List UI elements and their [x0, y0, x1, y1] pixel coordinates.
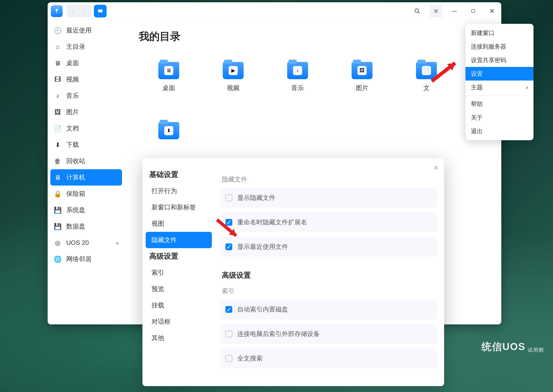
settings-nav-item[interactable]: 打开行为 [146, 183, 212, 199]
menu-item-3[interactable]: 设置 [465, 67, 533, 81]
sidebar-item-label: 数据盘 [66, 222, 85, 231]
maximize-icon[interactable] [467, 5, 480, 17]
folder-label: 桌面 [162, 84, 175, 92]
minimize-icon[interactable]: ─ [448, 5, 461, 17]
folder-inner-icon: ▶ [229, 66, 238, 75]
menu-item-label: 帮助 [471, 100, 483, 108]
folder-inner-icon: 🖼 [357, 66, 367, 75]
computer-icon: 🖥 [54, 174, 61, 181]
sidebar-item-label: 主目录 [66, 42, 85, 51]
view-mode-button[interactable] [94, 5, 107, 17]
sidebar-item-computer[interactable]: 🖥计算机 [50, 169, 122, 186]
app-icon [51, 5, 63, 17]
sidebar-item-video[interactable]: 🎞视频 [50, 71, 122, 88]
close-icon[interactable]: ✕ [433, 164, 439, 172]
settings-section-basic: 基础设置 [146, 167, 212, 183]
option-label: 自动索引内置磁盘 [237, 305, 288, 314]
sidebar-item-globe[interactable]: 🌐网络邻居 [50, 251, 122, 267]
sidebar-item-label: 下载 [66, 140, 79, 149]
settings-nav-item[interactable]: 新窗口和新标签 [146, 199, 212, 216]
sidebar-item-disk[interactable]: 💾数据盘 [50, 218, 122, 235]
advanced-heading: 高级设置 [220, 261, 437, 283]
checkbox-unchecked-icon[interactable] [225, 355, 232, 362]
svg-point-3 [415, 9, 419, 12]
menu-item-4[interactable]: 主题› [465, 81, 533, 94]
menu-item-1[interactable]: 连接到服务器 [465, 40, 533, 53]
os-watermark: 统信UOS 试用期 [482, 340, 544, 353]
sidebar-item-cd[interactable]: ◎UOS 20▴ [50, 235, 122, 251]
checkbox-checked-icon[interactable]: ✓ [225, 306, 232, 313]
sidebar-item-home[interactable]: ⌂主目录 [50, 39, 122, 55]
folder-label: 图片 [356, 84, 368, 92]
checkbox-unchecked-icon[interactable] [225, 194, 232, 201]
globe-icon: 🌐 [54, 255, 61, 263]
menu-item-label: 主题 [471, 84, 483, 91]
menu-item-6[interactable]: 关于 [465, 111, 533, 124]
sidebar-item-label: 最近使用 [66, 26, 92, 35]
folder-downloads[interactable]: ⬇ [139, 106, 199, 155]
option-label: 全文搜索 [237, 354, 263, 363]
sidebar-item-music[interactable]: ♪音乐 [50, 88, 122, 104]
option-hide-ext-on-rename[interactable]: ✓ 重命名时隐藏文件扩展名 [220, 212, 437, 232]
option-show-recent[interactable]: ✓ 显示最近使用文件 [220, 237, 437, 257]
search-icon[interactable] [411, 5, 424, 17]
menu-item-2[interactable]: 设置共享密码 [465, 53, 533, 67]
sidebar-item-label: 保险箱 [66, 189, 85, 198]
menu-item-label: 连接到服务器 [471, 43, 506, 51]
menu-item-label: 新建窗口 [471, 29, 495, 37]
settings-body: 隐藏文件 显示隐藏文件 ✓ 重命名时隐藏文件扩展名 ✓ 显示最近使用文件 高级设… [215, 158, 444, 386]
sidebar-item-label: UOS 20 [66, 239, 89, 246]
index-heading: 索引 [220, 283, 437, 300]
settings-nav-item[interactable]: 视图 [146, 216, 212, 232]
option-fulltext-search[interactable]: 全文搜索 [220, 349, 437, 368]
forward-button[interactable]: › [79, 5, 91, 17]
sidebar-item-desktop[interactable]: 🖥桌面 [50, 55, 122, 71]
option-auto-index-internal[interactable]: ✓ 自动索引内置磁盘 [220, 300, 437, 319]
folder-视频[interactable]: ▶视频 [203, 53, 263, 102]
svg-rect-1 [56, 11, 57, 13]
settings-nav-item[interactable]: 对话框 [146, 314, 212, 330]
svg-point-0 [56, 9, 58, 11]
sidebar-item-disk[interactable]: 💾系统盘 [50, 202, 122, 218]
sidebar-item-label: 桌面 [66, 59, 79, 67]
folder-label: 文 [423, 84, 430, 92]
chevron-up-icon[interactable]: ▴ [116, 240, 119, 245]
sidebar-item-label: 系统盘 [66, 206, 85, 214]
sidebar-item-lock[interactable]: 🔒保险箱 [50, 186, 122, 202]
option-index-external[interactable]: 连接电脑后索引外部存储设备 [220, 324, 437, 344]
sidebar-item-download[interactable]: ⬇下载 [50, 137, 122, 153]
menu-item-label: 设置共享密码 [471, 56, 506, 64]
settings-nav-item[interactable]: 索引 [146, 265, 212, 281]
download-icon: ⬇ [54, 141, 61, 149]
close-icon[interactable]: ✕ [485, 5, 498, 17]
settings-dialog: ✕ 基础设置 打开行为新窗口和新标签视图隐藏文件 高级设置 索引预览挂载对话框其… [142, 158, 444, 386]
folder-文[interactable]: 📄文 [397, 53, 456, 102]
sidebar-item-trash[interactable]: 🗑回收站 [50, 153, 122, 169]
titlebar: ‹ › ─ ✕ [48, 2, 501, 20]
option-show-hidden[interactable]: 显示隐藏文件 [220, 188, 437, 208]
sidebar-item-doc[interactable]: 📄文档 [50, 120, 122, 137]
menu-item-label: 设置 [471, 70, 483, 78]
menu-icon[interactable] [430, 5, 442, 17]
sidebar: 🕘最近使用⌂主目录🖥桌面🎞视频♪音乐🖼图片📄文档⬇下载🗑回收站🖥计算机🔒保险箱💾… [48, 20, 125, 324]
disk-icon: 💾 [54, 223, 61, 230]
menu-item-5[interactable]: 帮助 [465, 97, 533, 111]
checkbox-checked-icon[interactable]: ✓ [225, 219, 232, 226]
folder-桌面[interactable]: 🖥桌面 [139, 53, 199, 102]
checkbox-checked-icon[interactable]: ✓ [225, 243, 232, 250]
folder-音乐[interactable]: ♪音乐 [268, 53, 328, 102]
settings-nav-item[interactable]: 隐藏文件 [146, 232, 212, 248]
menu-item-0[interactable]: 新建窗口 [465, 26, 533, 40]
menu-item-7[interactable]: 退出 [465, 124, 533, 138]
brand-text: 统信UOS [482, 340, 525, 353]
folder-图片[interactable]: 🖼图片 [332, 53, 392, 102]
settings-nav-item[interactable]: 其他 [146, 330, 212, 346]
settings-nav-item[interactable]: 挂载 [146, 297, 212, 314]
sidebar-item-clock[interactable]: 🕘最近使用 [50, 22, 122, 39]
settings-nav-item[interactable]: 预览 [146, 281, 212, 297]
sidebar-item-image[interactable]: 🖼图片 [50, 104, 122, 120]
back-button[interactable]: ‹ [67, 5, 79, 17]
option-label: 连接电脑后索引外部存储设备 [237, 330, 320, 338]
menu-item-label: 退出 [471, 127, 483, 135]
checkbox-unchecked-icon[interactable] [225, 330, 232, 337]
